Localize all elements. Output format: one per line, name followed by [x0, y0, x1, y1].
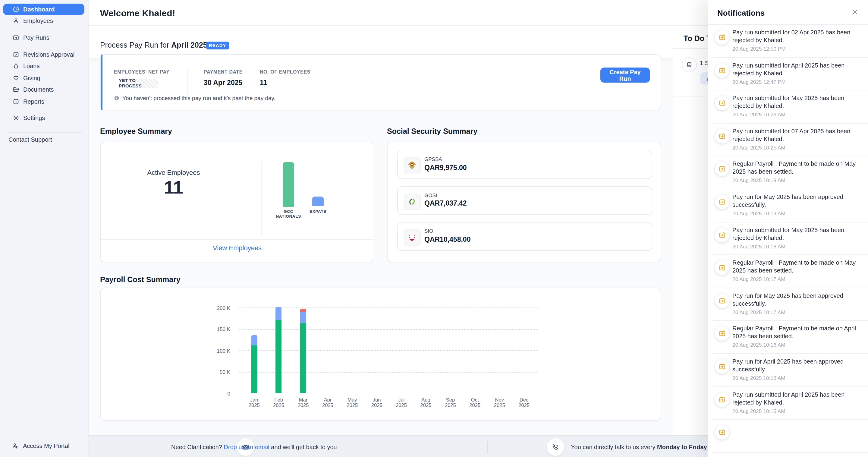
- sidebar-item-revisions-approval[interactable]: Revisions Approval: [3, 49, 84, 60]
- x-axis-label: Mar 2025: [291, 397, 315, 408]
- employee-summary-footer-divider: [101, 239, 374, 240]
- y-axis-label: 150 K: [206, 326, 230, 332]
- sidebar-item-label: Documents: [23, 86, 54, 93]
- notification-timestamp: 20 Aug 2025 12:50 PM: [733, 46, 863, 52]
- sidebar-item-access-my-portal[interactable]: Access My Portal: [8, 443, 70, 449]
- employee-summary-divider: [261, 161, 261, 236]
- x-axis-label: May 2025: [340, 397, 364, 408]
- sidebar-item-dashboard[interactable]: Dashboard: [3, 3, 84, 15]
- notification-timestamp: 20 Aug 2025 10:16 AM: [733, 342, 863, 348]
- active-employees-value: 11: [137, 177, 210, 198]
- footer-phone-bold: Monday to Friday: [657, 444, 707, 450]
- social-security-card: GPSSAQAR9,975.00GOSIQAR7,037.42SIOQAR10,…: [387, 142, 661, 262]
- sidebar-item-documents[interactable]: Documents: [3, 84, 84, 96]
- x-axis-label: Jun 2025: [365, 397, 389, 408]
- notification-item[interactable]: Pay run submitted for May 2025 has been …: [712, 90, 868, 123]
- notification-item[interactable]: Pay run submitted for May 2025 has been …: [712, 222, 868, 255]
- notification-timestamp: 20 Aug 2025 10:17 AM: [733, 309, 863, 315]
- sidebar-item-contact-support[interactable]: Contact Support: [8, 136, 52, 143]
- gosi-logo: [404, 193, 421, 210]
- payrun-section-title: Process Pay Run for April 2025: [100, 41, 207, 49]
- notification-text: Pay run for April 2025 has been approved…: [733, 358, 864, 373]
- employee-summary-title: Employee Summary: [100, 127, 172, 135]
- notification-item[interactable]: [712, 420, 868, 453]
- chart-gridline: [239, 372, 538, 373]
- notification-timestamp: 20 Aug 2025 10:17 AM: [733, 276, 863, 282]
- notifications-list: Pay run submitted for 02 Apr 2025 has be…: [708, 25, 868, 457]
- bar-segment-blue: [251, 336, 257, 345]
- y-axis-label: 200 K: [206, 305, 230, 311]
- notification-item[interactable]: Pay run submitted for April 2025 has bee…: [712, 58, 868, 90]
- x-axis-label: Aug 2025: [414, 397, 438, 408]
- sidebar: DashboardEmployeesPay RunsRevisions Appr…: [0, 0, 89, 457]
- dashboard-icon: [12, 6, 19, 13]
- y-axis-label: 50 K: [206, 369, 230, 375]
- employees-icon: [12, 18, 19, 24]
- sidebar-item-settings[interactable]: Settings: [3, 112, 84, 124]
- sidebar-item-label: Revisions Approval: [23, 51, 74, 58]
- pay-run-icon: [715, 227, 730, 242]
- notification-item[interactable]: Regular Payroll : Payment to be made on …: [712, 321, 868, 354]
- notification-item[interactable]: Pay run submitted for 07 Apr 2025 has be…: [712, 124, 868, 156]
- email-link[interactable]: Drop us an email: [224, 444, 270, 450]
- view-employees-link[interactable]: View Employees: [101, 244, 374, 251]
- notification-text: Pay run submitted for 02 Apr 2025 has be…: [733, 28, 864, 44]
- app-root: DashboardEmployeesPay RunsRevisions Appr…: [0, 0, 868, 457]
- footer-email-text: Need Clarification? Drop us an email and…: [171, 444, 337, 450]
- x-axis-label: Nov 2025: [487, 397, 512, 408]
- payroll-cost-title: Payroll Cost Summary: [100, 275, 181, 284]
- notification-item[interactable]: Pay run for April 2025 has been approved…: [712, 354, 868, 387]
- y-axis-label: 100 K: [206, 348, 230, 354]
- pay-run-icon: [715, 30, 730, 44]
- employee-count-label: NO. OF EMPLOYEES: [260, 69, 310, 75]
- footer-email-suffix: and we'll get back to you: [270, 444, 337, 450]
- notifications-title: Notifications: [717, 8, 765, 18]
- notification-item[interactable]: Pay run submitted for April 2025 has bee…: [712, 387, 868, 420]
- bar-segment-green: [251, 345, 257, 393]
- notification-item[interactable]: Pay run for May 2025 has been approved s…: [712, 288, 868, 321]
- info-icon: [114, 95, 119, 101]
- revisions-icon: [12, 51, 19, 58]
- sidebar-item-pay-runs[interactable]: Pay Runs: [3, 32, 84, 43]
- footer-divider: [487, 440, 488, 453]
- create-pay-run-button[interactable]: Create Pay Run: [600, 67, 650, 83]
- notification-item[interactable]: Pay run submitted for 02 Apr 2025 has be…: [712, 25, 868, 58]
- sidebar-item-giving[interactable]: Giving: [3, 72, 84, 84]
- social-security-row: GOSIQAR7,037.42: [397, 186, 652, 215]
- employee-bar-label: EXPATS: [300, 209, 336, 214]
- sidebar-item-reports[interactable]: Reports: [3, 96, 84, 107]
- notification-text: Pay run submitted for May 2025 has been …: [733, 94, 864, 110]
- x-axis-label: Apr 2025: [315, 397, 340, 408]
- sidebar-item-label: Pay Runs: [23, 34, 50, 41]
- bar-segment-blue: [300, 312, 306, 323]
- loans-icon: [12, 63, 19, 69]
- uae-emblem: [404, 157, 421, 174]
- pay-run-icon: [715, 294, 730, 308]
- close-icon[interactable]: [850, 7, 860, 17]
- social-security-amount: QAR7,037.42: [424, 200, 467, 207]
- payrun-info-row: You haven't processed this pay run and i…: [114, 95, 276, 101]
- pay-run-icon: [715, 162, 730, 176]
- x-axis-label: Jul 2025: [390, 397, 413, 408]
- notification-text: Pay run submitted for April 2025 has bee…: [733, 61, 864, 77]
- sidebar-item-label: Loans: [23, 63, 40, 69]
- pay-run-icon: [715, 359, 730, 374]
- employee-bar-gcc-nationals: [283, 162, 294, 207]
- payrun-divider: [187, 68, 188, 97]
- sidebar-item-employees[interactable]: Employees: [3, 15, 84, 27]
- page-title: Welcome Khaled!: [100, 8, 176, 18]
- notification-item[interactable]: Regular Payroll : Payment to be made on …: [712, 156, 868, 189]
- sidebar-item-label: Employees: [23, 18, 53, 24]
- notification-item[interactable]: Pay run for May 2025 has been approved s…: [712, 189, 868, 222]
- notification-text: Regular Payroll : Payment to be made on …: [733, 160, 864, 176]
- notification-timestamp: 20 Aug 2025 10:15 AM: [733, 408, 863, 414]
- notification-timestamp: 20 Aug 2025 10:19 AM: [733, 210, 863, 216]
- sidebar-item-loans[interactable]: Loans: [3, 60, 84, 72]
- x-axis-label: Sep 2025: [438, 397, 462, 408]
- payrun-accent-bar: [101, 54, 102, 110]
- notification-item[interactable]: Regular Payroll : Payment to be made on …: [712, 255, 868, 288]
- notification-timestamp: 20 Aug 2025 10:26 AM: [733, 112, 863, 118]
- notification-text: Pay run submitted for May 2025 has been …: [733, 226, 864, 241]
- social-security-amount: QAR9,975.00: [424, 164, 467, 171]
- bar-segment-green: [300, 323, 306, 393]
